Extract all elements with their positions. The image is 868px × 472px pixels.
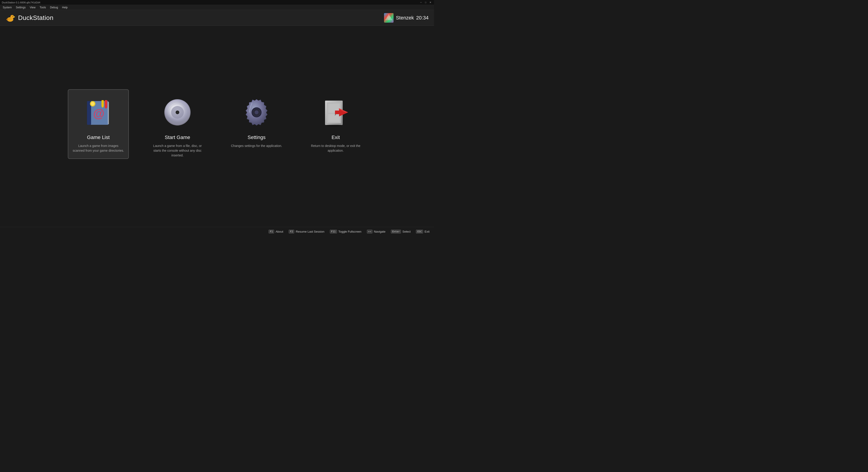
menu-debug[interactable]: Debug [48, 5, 60, 9]
bottom-bar: F1 About F2 Resume Last Session F11 Togg… [0, 227, 434, 236]
settings-card[interactable]: Settings Changes settings for the applic… [226, 89, 287, 154]
about-label: About [276, 230, 283, 233]
fullscreen-key: F11 [330, 230, 337, 233]
header-right: Stenzek 20:34 [384, 13, 429, 23]
start-game-card[interactable]: Start Game Launch a game from a file, di… [147, 89, 208, 164]
select-key: Enter [391, 230, 401, 233]
menu-view[interactable]: View [28, 5, 37, 9]
navigate-label: Navigate [374, 230, 385, 233]
fullscreen-label: Toggle Fullscreen [338, 230, 362, 233]
avatar-icon [384, 13, 394, 23]
clock-display: 20:34 [416, 15, 429, 21]
svg-point-8 [387, 16, 391, 20]
title-bar-title: DuckStation 0.1-6606-g6c741d2d4 [2, 1, 40, 4]
game-list-title: Game List [87, 134, 110, 140]
game-list-desc: Launch a game from images scanned from y… [72, 144, 125, 153]
about-btn[interactable]: F1 About [269, 230, 283, 233]
header: DuckStation [0, 10, 434, 26]
menu-settings[interactable]: Settings [14, 5, 27, 9]
start-game-desc: Launch a game from a file, disc, or star… [151, 144, 204, 158]
gear-icon [241, 97, 272, 128]
svg-text:@: @ [93, 107, 105, 120]
resume-label: Resume Last Session [296, 230, 324, 233]
exit-card[interactable]: › Exit Return to desktop mode, or exit t… [305, 89, 366, 159]
settings-icon [239, 94, 275, 130]
book-icon: @ [83, 97, 114, 128]
exit-key: ESC [416, 230, 423, 233]
exit-btn[interactable]: ESC Exit [416, 230, 430, 233]
game-list-card[interactable]: @ Game List Launch a game from images sc… [68, 89, 129, 159]
svg-rect-15 [105, 100, 107, 107]
cards-container: @ Game List Launch a game from images sc… [68, 89, 366, 164]
settings-desc: Changes settings for the application. [231, 144, 282, 148]
svg-point-4 [8, 18, 11, 20]
window-controls[interactable]: ─ □ ✕ [419, 1, 432, 4]
svg-rect-17 [101, 100, 104, 106]
main-content: @ Game List Launch a game from images sc… [0, 26, 434, 227]
restore-button[interactable]: □ [424, 1, 427, 4]
resume-btn[interactable]: F2 Resume Last Session [289, 230, 324, 233]
exit-label: Exit [425, 230, 430, 233]
exit-icon-wrap: › [318, 94, 354, 130]
svg-point-25 [176, 111, 179, 114]
app-logo-icon [5, 13, 15, 23]
minimize-button[interactable]: ─ [419, 1, 423, 4]
start-game-title: Start Game [165, 134, 190, 140]
menu-tools[interactable]: Tools [38, 5, 48, 9]
window-title: DuckStation 0.1-6606-g6c741d2d4 [2, 1, 40, 4]
exit-icon: › [319, 97, 352, 128]
title-bar: DuckStation 0.1-6606-g6c741d2d4 ─ □ ✕ [0, 0, 434, 5]
username-label: Stenzek [396, 15, 414, 21]
svg-rect-11 [108, 102, 109, 124]
exit-desc: Return to desktop mode, or exit the appl… [309, 144, 362, 153]
game-list-icon: @ [80, 94, 116, 130]
exit-title: Exit [332, 134, 340, 140]
select-btn[interactable]: Enter Select [391, 230, 410, 233]
close-button[interactable]: ✕ [429, 1, 432, 4]
user-avatar [384, 13, 394, 23]
svg-point-30 [255, 111, 258, 114]
svg-point-38 [326, 125, 342, 126]
svg-rect-34 [328, 114, 340, 122]
settings-title: Settings [248, 134, 266, 140]
menu-system[interactable]: System [1, 5, 13, 9]
fullscreen-btn[interactable]: F11 Toggle Fullscreen [330, 230, 362, 233]
user-info: Stenzek 20:34 [384, 13, 429, 23]
resume-key: F2 [289, 230, 294, 233]
start-game-icon [159, 94, 195, 130]
app-title: DuckStation [18, 14, 53, 22]
svg-point-2 [13, 16, 13, 17]
about-key: F1 [269, 230, 274, 233]
disc-icon [162, 97, 193, 128]
select-label: Select [402, 230, 410, 233]
header-left: DuckStation [5, 13, 53, 23]
navigate-key: ←→ [367, 230, 373, 233]
navigate-btn[interactable]: ←→ Navigate [367, 230, 385, 233]
menu-help[interactable]: Help [60, 5, 70, 9]
menu-bar: System Settings View Tools Debug Help [0, 5, 434, 10]
svg-point-14 [91, 102, 94, 105]
